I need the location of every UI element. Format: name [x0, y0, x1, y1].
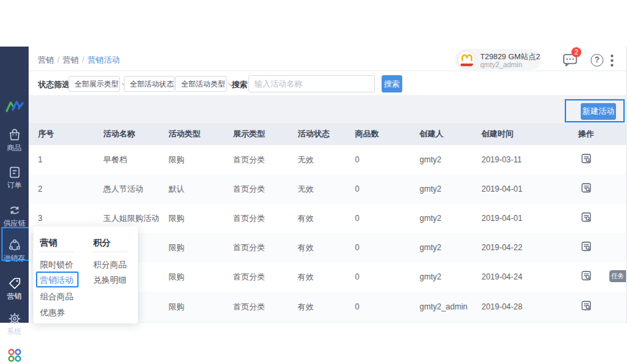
view-detail-button[interactable] [581, 183, 591, 193]
kebab-menu-icon[interactable] [611, 55, 613, 57]
search-button[interactable]: 搜索 [382, 75, 402, 92]
cell-type: 限购 [168, 154, 233, 166]
dropdown-value: 全部活动状态 [130, 79, 174, 89]
sidebar-item-label: 系统 [0, 327, 29, 336]
table-row: 1 早餐档 限购 首页分类 无效 0 gmty2 2019-03-11 [29, 145, 626, 174]
view-detail-button[interactable] [581, 154, 591, 164]
view-detail-button[interactable] [581, 301, 591, 311]
app-logo-icon [5, 98, 25, 114]
popup-section-title: 营销 [40, 237, 57, 249]
sidebar-item-system[interactable]: 系统 [0, 311, 29, 336]
table-row: 2 愚人节活动 默认 首页分类 无效 0 gmty2 2019-04-01 [29, 174, 626, 204]
cell-status: 无效 [298, 184, 355, 195]
col-header-type: 活动类型 [168, 128, 233, 140]
new-activity-button[interactable]: 新建活动 [581, 103, 616, 120]
cell-name: 早餐档 [103, 154, 168, 166]
apps-grid-icon [7, 347, 23, 363]
activity-status-dropdown[interactable]: 全部活动状态 [124, 76, 174, 92]
cell-type: 限购 [168, 242, 233, 254]
popup-item-exchange-detail[interactable]: 兑换明细 [93, 275, 127, 286]
cell-count: 0 [355, 243, 420, 252]
popup-item-price-lock[interactable]: 限时锁价 [40, 260, 73, 271]
sidebar-item-label: 订单 [0, 181, 29, 190]
help-icon[interactable]: ? [591, 54, 603, 67]
view-detail-button[interactable] [581, 271, 591, 281]
supply-arrows-icon [7, 203, 22, 218]
cell-display: 首页分类 [233, 184, 298, 195]
cell-creator: gmty2 [420, 272, 481, 281]
view-detail-button[interactable] [581, 212, 591, 222]
sidebar-item-label: 商品 [0, 144, 29, 152]
breadcrumb-item-current: 营销活动 [88, 55, 120, 65]
cell-status: 无效 [298, 154, 355, 166]
breadcrumb: 营销/营销/营销活动 [38, 55, 120, 66]
cell-name: 玉人姐限购活动 [103, 213, 168, 224]
cell-count: 0 [355, 302, 420, 311]
app-window: 商品 订单 供应链 [0, 0, 630, 364]
cell-type: 限购 [168, 301, 233, 313]
cell-type: 限购 [168, 213, 233, 224]
cell-created: 2019-04-22 [481, 243, 559, 252]
status-filter-label: 状态筛选: [38, 79, 73, 91]
cell-display: 首页分类 [233, 154, 298, 166]
col-header-ops: 操作 [559, 128, 613, 140]
cell-creator: gmty2 [420, 155, 481, 164]
divider [39, 252, 75, 252]
receipt-icon [7, 165, 22, 180]
tag-icon [7, 276, 22, 291]
popup-item-combo-goods[interactable]: 组合商品 [40, 291, 73, 303]
cell-status: 有效 [298, 242, 355, 254]
table-header: 序号 活动名称 活动类型 展示类型 活动状态 商品数 创建人 创建时间 操作 [29, 123, 626, 145]
col-header-creator: 创建人 [420, 128, 481, 140]
col-header-display: 展示类型 [233, 128, 298, 140]
popup-item-points-goods[interactable]: 积分商品 [93, 260, 127, 271]
cell-status: 有效 [298, 272, 355, 283]
cell-created: 2019-04-01 [481, 214, 559, 223]
cell-type: 限购 [168, 272, 233, 283]
cell-count: 0 [355, 214, 420, 223]
cell-display: 首页分类 [233, 301, 298, 313]
cell-created: 2019-04-24 [481, 272, 559, 281]
cell-seq: 1 [38, 155, 103, 164]
dropdown-value: 全部展示类型 [75, 79, 119, 89]
cell-status: 有效 [298, 213, 355, 224]
sidebar-item-marketing[interactable]: 营销 [0, 276, 29, 301]
cell-created: 2019-04-01 [481, 184, 559, 194]
popup-item-coupon[interactable]: 优惠券 [40, 307, 65, 319]
col-header-name: 活动名称 [103, 128, 168, 140]
sidebar-item-orders[interactable]: 订单 [0, 165, 29, 190]
popup-item-marketing-activity[interactable]: 营销活动 [40, 275, 73, 286]
cell-created: 2019-03-11 [481, 155, 559, 164]
cell-count: 0 [355, 155, 420, 164]
sidebar-item-apps[interactable] [0, 347, 29, 364]
view-detail-button[interactable] [581, 242, 591, 252]
cell-display: 首页分类 [233, 213, 298, 224]
cell-creator: gmty2 [420, 184, 481, 194]
cell-display: 首页分类 [233, 242, 298, 254]
breadcrumb-separator: / [57, 55, 59, 65]
activity-type-dropdown[interactable]: 全部活动类型 [175, 76, 227, 92]
divider [92, 252, 128, 252]
breadcrumb-item[interactable]: 营销 [38, 55, 54, 65]
marketing-flyout-menu: 营销 限时锁价 营销活动 组合商品 优惠券 积分 积分商品 兑换明细 [33, 226, 138, 323]
search-label: 搜索: [232, 79, 250, 91]
cell-seq: 2 [38, 184, 103, 194]
sidebar-item-goods[interactable]: 商品 [0, 128, 29, 152]
sidebar-item-label: 营销 [0, 292, 29, 301]
bag-icon [7, 128, 22, 142]
avatar[interactable] [458, 51, 475, 69]
popup-section-title: 积分 [93, 237, 111, 249]
cell-count: 0 [355, 272, 420, 281]
cell-count: 0 [355, 184, 420, 194]
col-header-status: 活动状态 [298, 128, 355, 140]
col-header-created: 创建时间 [481, 128, 559, 140]
notification-badge: 2 [571, 47, 581, 57]
breadcrumb-item[interactable]: 营销 [63, 55, 79, 65]
search-input[interactable] [248, 75, 375, 92]
cell-creator: gmty2 [420, 243, 481, 252]
task-tab[interactable]: 任务 [609, 270, 626, 282]
cell-creator: gmty2_admin [420, 302, 481, 311]
display-type-dropdown[interactable]: 全部展示类型 [69, 76, 120, 92]
sidebar-item-supply-chain[interactable]: 供应链 [0, 203, 29, 228]
cell-status: 有效 [298, 301, 355, 313]
